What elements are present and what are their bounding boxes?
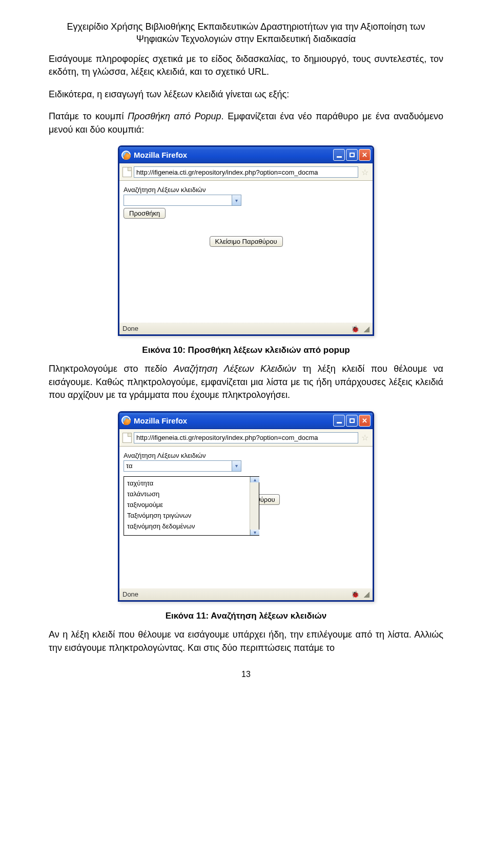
- close-window-button[interactable]: Κλείσιμο Παραθύρου: [210, 236, 283, 247]
- popup-client-area: Αναζήτηση Λέξεων κλειδιών ▾ Προσθήκη Κλε…: [119, 181, 373, 322]
- keywords-combo[interactable]: ▾: [124, 195, 241, 206]
- chevron-down-icon[interactable]: ▾: [232, 461, 241, 471]
- popup-window-1: Mozilla Firefox ✕ http://ifigeneia.cti.g…: [118, 145, 374, 336]
- autocomplete-items: ταχύτητα ταλάντωση ταξινομούμε Ταξινόμησ…: [124, 477, 250, 535]
- keywords-combo-text[interactable]: [124, 195, 232, 205]
- keywords-combo-text[interactable]: τα: [124, 461, 232, 471]
- search-keywords-label: Αναζήτηση Λέξεων κλειδιών: [124, 186, 368, 194]
- scroll-up-icon[interactable]: ▴: [250, 477, 259, 482]
- document-header: Εγχειρίδιο Χρήσης Βιβλιοθήκης Εκπαιδευτι…: [49, 20, 443, 46]
- scroll-down-icon[interactable]: ▾: [250, 530, 259, 535]
- address-bar: http://ifigeneia.cti.gr/repository/index…: [119, 163, 373, 181]
- figure-11-screenshot: Mozilla Firefox ✕ http://ifigeneia.cti.g…: [49, 411, 443, 602]
- firefox-icon: [121, 151, 131, 160]
- minimize-button[interactable]: [333, 415, 345, 427]
- dropdown-scrollbar[interactable]: ▴ ▾: [250, 477, 259, 535]
- firebug-icon[interactable]: 🐞: [351, 590, 359, 598]
- window-title: Mozilla Firefox: [134, 151, 333, 159]
- list-item[interactable]: Ταξινόμηση τριγώνων: [124, 510, 250, 521]
- list-item[interactable]: ταχύτητα: [124, 478, 250, 489]
- maximize-button[interactable]: [346, 415, 358, 427]
- minimize-button[interactable]: [333, 149, 345, 161]
- window-titlebar[interactable]: Mozilla Firefox ✕: [119, 413, 373, 429]
- header-line1: Εγχειρίδιο Χρήσης Βιβλιοθήκης Εκπαιδευτι…: [67, 22, 425, 32]
- figure-10-screenshot: Mozilla Firefox ✕ http://ifigeneia.cti.g…: [49, 145, 443, 336]
- chevron-down-icon[interactable]: ▾: [232, 195, 241, 205]
- status-text: Done: [122, 325, 138, 332]
- close-button[interactable]: ✕: [359, 149, 371, 161]
- firebug-icon[interactable]: 🐞: [351, 325, 359, 332]
- keywords-combo[interactable]: τα ▾: [124, 460, 241, 472]
- header-line2: Ψηφιακών Τεχνολογιών στην Εκπαιδευτική δ…: [136, 34, 356, 44]
- autocomplete-dropdown[interactable]: ταχύτητα ταλάντωση ταξινομούμε Ταξινόμησ…: [124, 476, 259, 536]
- url-input[interactable]: http://ifigeneia.cti.gr/repository/index…: [134, 432, 358, 443]
- paragraph-3: Πατάμε το κουμπί Προσθήκη από Popup. Εμφ…: [49, 110, 443, 136]
- search-keywords-label: Αναζήτηση Λέξεων κλειδιών: [124, 452, 368, 459]
- page-icon: [122, 167, 132, 177]
- maximize-button[interactable]: [346, 149, 358, 161]
- status-bar: Done 🐞: [119, 588, 373, 600]
- bookmark-star-icon[interactable]: ☆: [360, 433, 370, 442]
- paragraph-2: Ειδικότερα, η εισαγωγή των λέξεων κλειδι…: [49, 88, 443, 101]
- resize-grip-icon[interactable]: [362, 590, 370, 598]
- status-text: Done: [122, 590, 138, 598]
- paragraph-5: Αν η λέξη κλειδί που θέλουμε να εισάγουμ…: [49, 628, 443, 654]
- list-item[interactable]: ταξινομούμε: [124, 499, 250, 510]
- bookmark-star-icon[interactable]: ☆: [360, 167, 370, 177]
- paragraph-1: Εισάγουμε πληροφορίες σχετικά με το είδο…: [49, 53, 443, 79]
- figure-11-caption: Εικόνα 11: Αναζήτηση λέξεων κλειδιών: [49, 611, 443, 621]
- popup-window-2: Mozilla Firefox ✕ http://ifigeneia.cti.g…: [118, 411, 374, 602]
- add-button[interactable]: Προσθήκη: [124, 208, 166, 219]
- page-icon: [122, 433, 132, 443]
- paragraph-4: Πληκτρολογούμε στο πεδίο Αναζήτηση Λέξεω…: [49, 363, 443, 402]
- address-bar: http://ifigeneia.cti.gr/repository/index…: [119, 429, 373, 447]
- popup-client-area: Αναζήτηση Λέξεων κλειδιών τα ▾ αραθύρου …: [119, 447, 373, 588]
- list-item[interactable]: ταλάντωση: [124, 489, 250, 499]
- figure-10-caption: Εικόνα 10: Προσθήκη λέξεων κλειδιών από …: [49, 345, 443, 355]
- status-bar: Done 🐞: [119, 322, 373, 334]
- resize-grip-icon[interactable]: [362, 325, 370, 332]
- page-number: 13: [49, 670, 443, 679]
- window-titlebar[interactable]: Mozilla Firefox ✕: [119, 147, 373, 163]
- list-item[interactable]: ταξινόμηση δεδομένων: [124, 521, 250, 532]
- close-button[interactable]: ✕: [359, 415, 371, 427]
- firefox-icon: [121, 416, 131, 425]
- url-input[interactable]: http://ifigeneia.cti.gr/repository/index…: [134, 166, 358, 178]
- window-title: Mozilla Firefox: [134, 416, 333, 425]
